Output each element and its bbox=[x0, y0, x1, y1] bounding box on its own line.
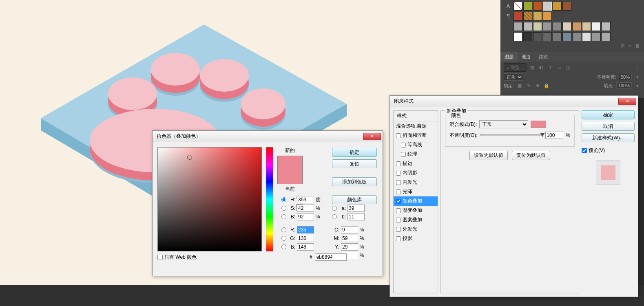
gradient-overlay-item[interactable]: 渐变叠加 bbox=[394, 206, 438, 215]
g-input[interactable] bbox=[297, 235, 314, 242]
style-swatch[interactable] bbox=[553, 2, 562, 11]
style-swatch[interactable] bbox=[592, 22, 601, 31]
chevron-down-icon[interactable]: ▾ bbox=[634, 74, 641, 80]
style-swatch[interactable] bbox=[582, 32, 591, 41]
satin-item[interactable]: 光泽 bbox=[394, 187, 438, 196]
r-input[interactable] bbox=[297, 226, 314, 233]
drop-shadow-item[interactable]: 投影 bbox=[394, 234, 438, 243]
blending-options-item[interactable]: 混合选项:自定 bbox=[394, 121, 438, 131]
style-swatch[interactable] bbox=[562, 32, 571, 41]
h-radio[interactable] bbox=[281, 197, 286, 202]
style-swatch[interactable] bbox=[553, 32, 562, 41]
a-input[interactable] bbox=[347, 205, 365, 212]
style-swatch[interactable] bbox=[513, 32, 522, 41]
filter-adjust-icon[interactable]: ◐ bbox=[538, 64, 544, 71]
s-input[interactable] bbox=[297, 205, 314, 212]
styles-header[interactable]: 样式 bbox=[394, 111, 438, 121]
delete-style-icon[interactable]: 🗑 bbox=[634, 42, 641, 49]
reset-button[interactable]: 复位 bbox=[332, 159, 377, 168]
drop-shadow-checkbox[interactable] bbox=[396, 236, 401, 241]
stroke-item[interactable]: 描边 bbox=[394, 159, 438, 168]
satin-checkbox[interactable] bbox=[396, 189, 401, 194]
style-swatch[interactable] bbox=[562, 2, 571, 11]
chevron-down-icon[interactable]: ▾ bbox=[634, 82, 641, 89]
contour-checkbox[interactable] bbox=[401, 143, 406, 147]
color-overlay-checkbox[interactable] bbox=[396, 199, 401, 204]
style-swatch[interactable] bbox=[543, 22, 552, 31]
style-swatch[interactable] bbox=[582, 22, 591, 31]
web-only-checkbox[interactable] bbox=[157, 255, 163, 260]
style-swatch[interactable] bbox=[572, 32, 581, 41]
style-swatch[interactable] bbox=[533, 22, 542, 31]
style-swatch[interactable] bbox=[572, 22, 581, 31]
style-swatch[interactable] bbox=[523, 12, 532, 21]
set-default-button[interactable]: 设置为默认值 bbox=[469, 151, 508, 160]
tab-layers[interactable]: 图层 bbox=[500, 52, 518, 62]
style-swatch[interactable] bbox=[523, 32, 532, 41]
style-swatch[interactable] bbox=[513, 12, 522, 21]
hue-slider[interactable] bbox=[266, 147, 273, 251]
b-input[interactable] bbox=[297, 213, 314, 220]
inner-shadow-item[interactable]: 内阴影 bbox=[394, 168, 438, 178]
texture-checkbox[interactable] bbox=[401, 152, 406, 157]
inner-glow-checkbox[interactable] bbox=[396, 180, 401, 185]
inner-glow-item[interactable]: 内发光 bbox=[394, 178, 438, 187]
s-radio[interactable] bbox=[281, 206, 286, 211]
tab-channels[interactable]: 通道 bbox=[518, 52, 535, 62]
g-radio[interactable] bbox=[281, 236, 286, 241]
ok-button[interactable]: 确定 bbox=[332, 148, 377, 157]
lab-b-input[interactable] bbox=[347, 213, 365, 220]
contour-item[interactable]: 等高线 bbox=[394, 140, 438, 150]
b2-input[interactable] bbox=[297, 243, 314, 251]
style-swatch[interactable] bbox=[543, 32, 552, 41]
c-input[interactable] bbox=[341, 226, 358, 233]
color-cursor[interactable] bbox=[187, 155, 192, 160]
gradient-overlay-checkbox[interactable] bbox=[396, 208, 401, 213]
layer-filter-type[interactable]: ⌕ 类型 ▾ bbox=[504, 63, 527, 72]
add-swatch-button[interactable]: 添加到色板 bbox=[332, 177, 377, 186]
fill-value[interactable]: 100% bbox=[616, 82, 632, 89]
style-swatch[interactable] bbox=[553, 22, 562, 31]
m-input[interactable] bbox=[341, 235, 358, 242]
clear-style-icon[interactable]: ⊘ bbox=[620, 42, 626, 49]
r-radio[interactable] bbox=[281, 227, 286, 232]
filter-shape-icon[interactable]: ▭ bbox=[556, 64, 562, 71]
filter-smart-icon[interactable]: ◫ bbox=[565, 64, 571, 71]
blend-mode-select[interactable]: 正常 bbox=[479, 120, 528, 128]
filter-type-icon[interactable]: T bbox=[547, 64, 553, 71]
reset-default-button[interactable]: 复位为默认值 bbox=[512, 151, 550, 160]
inner-shadow-checkbox[interactable] bbox=[396, 171, 401, 176]
color-field[interactable] bbox=[157, 147, 262, 251]
color-overlay-item[interactable]: 颜色叠加 bbox=[394, 196, 438, 206]
opacity-value[interactable]: 50% bbox=[619, 74, 632, 80]
style-swatch[interactable] bbox=[592, 32, 601, 41]
new-style-icon[interactable]: ▫ bbox=[627, 42, 633, 49]
b-radio[interactable] bbox=[281, 214, 286, 219]
tab-paths[interactable]: 路径 bbox=[535, 52, 552, 62]
new-style-button[interactable]: 新建样式(W)... bbox=[582, 133, 635, 142]
lab-b-radio[interactable] bbox=[332, 214, 337, 219]
pattern-overlay-item[interactable]: 图案叠加 bbox=[394, 215, 438, 225]
close-button[interactable]: ✕ bbox=[618, 98, 636, 105]
lock-paint-icon[interactable]: ✎ bbox=[525, 82, 532, 89]
lock-all-icon[interactable]: 🔒 bbox=[543, 82, 550, 89]
style-none-swatch[interactable] bbox=[513, 2, 522, 11]
stroke-checkbox[interactable] bbox=[396, 161, 401, 166]
paragraph-panel-icon[interactable]: ¶ bbox=[504, 12, 513, 21]
preview-checkbox[interactable] bbox=[582, 148, 587, 153]
current-color[interactable] bbox=[278, 170, 302, 184]
color-picker-titlebar[interactable]: 拾色器（叠加颜色） ✕ bbox=[153, 131, 383, 142]
filter-toggle-icon[interactable]: ▯ bbox=[634, 64, 641, 71]
lock-trans-icon[interactable]: ▦ bbox=[516, 82, 523, 89]
style-swatch[interactable] bbox=[543, 2, 552, 11]
style-swatch[interactable] bbox=[543, 12, 552, 21]
h-input[interactable] bbox=[297, 196, 314, 203]
bevel-checkbox[interactable] bbox=[396, 133, 401, 138]
style-swatch[interactable] bbox=[523, 2, 532, 11]
filter-pixel-icon[interactable]: ▧ bbox=[529, 64, 536, 71]
style-swatch[interactable] bbox=[513, 22, 522, 31]
overlay-color-swatch[interactable] bbox=[531, 121, 546, 128]
layer-style-titlebar[interactable]: 图层样式 ✕ bbox=[390, 96, 638, 107]
pattern-overlay-checkbox[interactable] bbox=[396, 218, 401, 222]
style-swatch[interactable] bbox=[602, 22, 611, 31]
